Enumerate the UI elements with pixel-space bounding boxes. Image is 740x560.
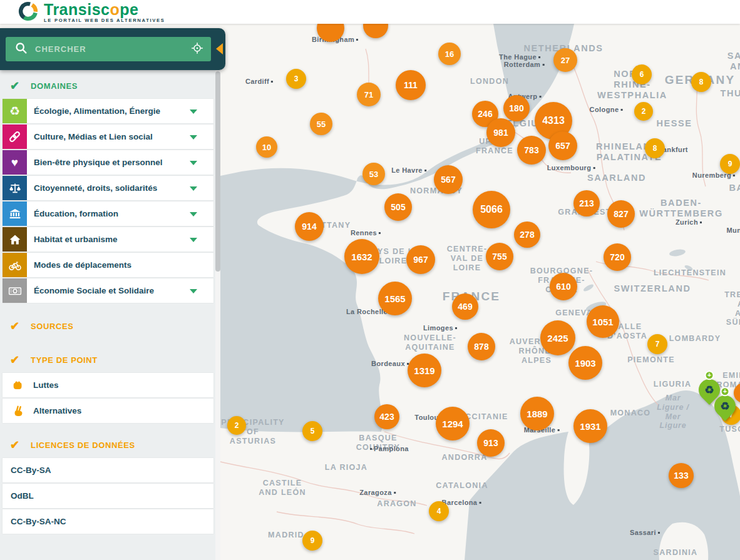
cluster-marker[interactable]: 2425	[540, 320, 575, 355]
cluster-marker[interactable]: 3	[286, 69, 306, 89]
cluster-marker[interactable]: 8	[645, 138, 665, 158]
chevron-down-icon[interactable]	[190, 109, 197, 114]
cluster-marker[interactable]: 1294	[436, 407, 470, 440]
check-icon: ✔	[10, 439, 19, 451]
cluster-marker[interactable]: 53	[362, 163, 385, 185]
cluster-marker[interactable]: 469	[452, 293, 478, 320]
search-input[interactable]	[35, 44, 191, 54]
collapse-sidebar-icon[interactable]	[216, 43, 223, 54]
cluster-marker[interactable]: 8	[691, 72, 711, 92]
cluster-marker[interactable]: 423	[374, 404, 399, 429]
domain-row-6[interactable]: Modes de déplacements	[3, 253, 213, 277]
home-icon	[3, 227, 27, 252]
cluster-marker[interactable]: 1051	[587, 305, 619, 338]
cluster-marker[interactable]: 1565	[378, 282, 412, 315]
locate-icon[interactable]	[191, 42, 203, 57]
section-domaines[interactable]: ✔ DOMAINES	[0, 70, 215, 99]
cluster-marker[interactable]: 878	[468, 333, 495, 360]
cluster-marker[interactable]: 783	[517, 136, 546, 165]
chevron-down-icon[interactable]	[190, 161, 197, 165]
cluster-marker[interactable]: 9	[720, 154, 740, 174]
section-sources[interactable]: ✔ SOURCES	[0, 304, 215, 339]
recycle-icon: ♻	[3, 99, 27, 123]
cluster-marker[interactable]: 133	[669, 463, 694, 488]
cluster-marker[interactable]: 1931	[573, 409, 607, 443]
cluster-marker[interactable]: 657	[548, 131, 577, 160]
transiscope-app: NETHERLANDSGERMANYTHURINGIASAXONY- ANHAL…	[0, 0, 740, 560]
domain-row-1[interactable]: Culture, Médias et Lien social	[3, 125, 213, 149]
cluster-marker[interactable]: 1903	[568, 346, 602, 380]
cluster-marker[interactable]: 2	[227, 416, 246, 435]
license-label: CC-By-SA-NC	[11, 517, 66, 526]
cluster-marker[interactable]: 5066	[473, 191, 510, 228]
cluster-marker[interactable]: 9	[302, 531, 322, 551]
cluster-marker[interactable]: 111	[396, 70, 426, 100]
section-type-de-point[interactable]: ✔ TYPE DE POINT	[0, 339, 215, 373]
cluster-marker[interactable]: 1889	[520, 397, 554, 430]
cluster-marker[interactable]: 610	[550, 273, 577, 300]
section-licences[interactable]: ✔ LICENCES DE DONNÉES	[0, 424, 215, 458]
cluster-marker[interactable]: 180	[503, 95, 530, 121]
domain-row-0[interactable]: ♻Écologie, Alimentation, Énergie	[3, 99, 213, 123]
cluster-marker[interactable]: 827	[607, 200, 635, 228]
domain-list: ♻Écologie, Alimentation, ÉnergieCulture,…	[0, 99, 215, 303]
point-pin[interactable]: ♻+	[710, 391, 740, 421]
sidebar-scrollbar-track	[215, 70, 220, 560]
domain-label: Écologie, Alimentation, Énergie	[34, 106, 160, 116]
cluster-marker[interactable]: 1632	[344, 239, 379, 274]
bank-icon	[3, 201, 27, 226]
license-row-1[interactable]: OdBL	[3, 484, 213, 508]
cluster-marker[interactable]: 213	[573, 190, 600, 216]
cluster-marker[interactable]: 567	[434, 165, 463, 194]
cluster-marker[interactable]: 278	[514, 221, 540, 248]
cluster-marker[interactable]: 10	[256, 136, 277, 158]
search-panel	[0, 28, 225, 70]
domain-row-2[interactable]: ♥Bien-être physique et personnel	[3, 150, 213, 175]
point-type-row-0[interactable]: Luttes	[3, 373, 213, 397]
cluster-marker[interactable]: 16	[438, 43, 461, 65]
chevron-down-icon[interactable]	[190, 135, 197, 140]
point-type-row-1[interactable]: Alternatives	[3, 399, 213, 423]
domain-label: Modes de déplacements	[34, 260, 131, 270]
brand-tagline: LE PORTAIL WEB DES ALTERNATIVES	[44, 18, 165, 23]
cluster-marker[interactable]: 2	[634, 102, 653, 121]
cluster-marker[interactable]: 27	[553, 48, 577, 72]
banknote-icon	[3, 278, 27, 303]
domain-row-5[interactable]: Habitat et urbanisme	[3, 227, 213, 252]
cluster-marker[interactable]: 1319	[408, 354, 441, 387]
cluster-marker[interactable]: 71	[357, 83, 381, 106]
cluster-marker[interactable]: 6	[632, 64, 652, 84]
cluster-marker[interactable]: 967	[406, 245, 435, 274]
chevron-down-icon[interactable]	[190, 238, 197, 242]
domain-row-7[interactable]: Économie Sociale et Solidaire	[3, 278, 213, 303]
cluster-marker[interactable]: 913	[477, 429, 505, 457]
domain-row-3[interactable]: Citoyenneté, droits, solidarités	[3, 176, 213, 200]
cluster-marker[interactable]: 5	[302, 421, 322, 441]
cluster-marker[interactable]: 981	[486, 118, 515, 147]
check-icon: ✔	[10, 80, 19, 91]
chevron-down-icon[interactable]	[190, 186, 197, 191]
brand-text: Transiscope LE PORTAIL WEB DES ALTERNATI…	[44, 2, 165, 23]
domain-label: Bien-être physique et personnel	[34, 158, 163, 167]
check-icon: ✔	[10, 354, 19, 365]
license-label: OdBL	[11, 491, 34, 501]
cluster-marker[interactable]: 505	[384, 193, 412, 221]
cluster-marker[interactable]: 4	[429, 501, 449, 521]
recycle-icon: ♻	[714, 395, 736, 417]
chevron-down-icon[interactable]	[190, 289, 197, 293]
cluster-marker[interactable]: 914	[295, 212, 324, 241]
sidebar-scrollbar-thumb[interactable]	[215, 71, 220, 272]
fist-icon	[10, 379, 26, 392]
license-row-2[interactable]: CC-By-SA-NC	[3, 509, 213, 534]
license-row-0[interactable]: CC-By-SA	[3, 458, 213, 482]
map-canvas[interactable]: NETHERLANDSGERMANYTHURINGIASAXONY- ANHAL…	[220, 24, 740, 560]
cluster-marker[interactable]: 7	[647, 334, 667, 354]
chevron-down-icon[interactable]	[190, 212, 197, 216]
domain-row-4[interactable]: Éducation, formation	[3, 201, 213, 226]
bicycle-icon	[3, 253, 27, 277]
cluster-marker[interactable]: 755	[486, 243, 513, 270]
check-icon: ✔	[10, 320, 19, 332]
transiscope-logo[interactable]: Transiscope LE PORTAIL WEB DES ALTERNATI…	[18, 1, 165, 24]
cluster-marker[interactable]: 55	[310, 113, 332, 135]
cluster-marker[interactable]: 720	[604, 243, 631, 271]
